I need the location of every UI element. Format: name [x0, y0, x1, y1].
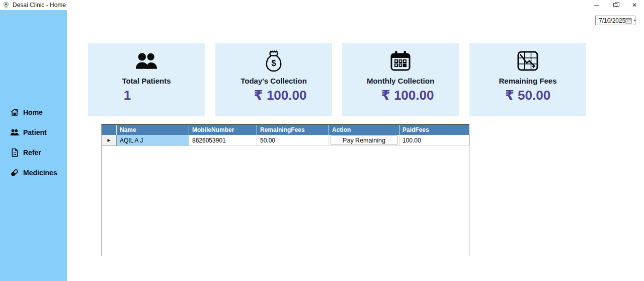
date-picker[interactable]: 7/10/2025 ▼ — [595, 16, 635, 25]
patients-icon — [10, 128, 19, 137]
grid-empty-area — [102, 146, 469, 256]
medicine-capsule-icon — [10, 168, 19, 177]
sidebar-item-label: Refer — [23, 149, 41, 157]
column-header-name[interactable]: Name — [117, 125, 189, 135]
sidebar-item-medicines[interactable]: Medicines — [0, 166, 67, 179]
stat-card-label: Total Patients — [122, 77, 171, 85]
window-title: Desai Clinic - Home — [13, 2, 66, 9]
current-row-indicator-icon: ▶ — [107, 138, 110, 143]
cell-name[interactable]: AQIL A J — [117, 135, 189, 146]
patients-data-grid: Name MobileNumber RemainingFees Action P… — [101, 124, 469, 256]
patients-icon — [135, 49, 158, 73]
svg-text:$: $ — [272, 58, 276, 67]
declining-chart-icon — [517, 49, 539, 73]
stat-card-label: Today's Collection — [240, 77, 307, 85]
row-selector-cell[interactable]: ▶ — [102, 135, 117, 146]
stat-card-label: Monthly Collection — [367, 77, 434, 85]
sidebar-item-label: Patient — [23, 128, 47, 136]
sidebar-item-label: Home — [23, 108, 43, 116]
stat-card-value: 1 — [124, 88, 131, 103]
stat-card-remaining-fees: Remaining Fees ₹ 50.00 — [469, 43, 586, 116]
app-window: Desai Clinic - Home ✕ Home — [0, 0, 644, 281]
stat-card-label: Remaining Fees — [499, 77, 556, 85]
column-header-remainingfees[interactable]: RemainingFees — [257, 125, 329, 135]
money-bag-icon: $ — [264, 49, 283, 73]
restore-button[interactable] — [606, 0, 625, 10]
cell-mobilenumber[interactable]: 8626053901 — [189, 135, 257, 146]
cell-action: Pay Remaining — [329, 135, 399, 146]
column-header-action[interactable]: Action — [329, 125, 399, 135]
dropdown-arrow-icon[interactable]: ▼ — [633, 19, 636, 22]
app-icon — [3, 2, 10, 9]
minimize-icon — [594, 5, 599, 6]
home-icon — [10, 108, 19, 117]
column-header-mobilenumber[interactable]: MobileNumber — [189, 125, 257, 135]
calendar-icon — [389, 49, 412, 73]
cell-paidfees[interactable]: 100.00 — [399, 135, 470, 146]
sidebar-item-patient[interactable]: Patient — [0, 126, 67, 139]
table-row: ▶ AQIL A J 8626053901 50.00 Pay Remainin… — [102, 135, 469, 146]
titlebar: Desai Clinic - Home ✕ — [0, 0, 644, 10]
pay-remaining-button[interactable]: Pay Remaining — [331, 135, 397, 145]
grid-corner-cell[interactable] — [102, 125, 117, 135]
window-controls: ✕ — [587, 0, 644, 10]
cell-remainingfees[interactable]: 50.00 — [257, 135, 329, 146]
column-header-paidfees[interactable]: PaidFees — [399, 125, 470, 135]
close-button[interactable]: ✕ — [625, 0, 644, 10]
restore-icon — [613, 3, 617, 7]
stat-card-todays-collection: $ Today's Collection ₹ 100.00 — [215, 43, 332, 116]
sidebar: Home Patient Refer — [0, 10, 67, 281]
refer-document-icon — [10, 148, 19, 157]
sidebar-item-home[interactable]: Home — [0, 106, 67, 119]
grid-header-row: Name MobileNumber RemainingFees Action P… — [102, 125, 469, 135]
close-icon: ✕ — [632, 2, 637, 8]
stat-card-monthly-collection: Monthly Collection ₹ 100.00 — [342, 43, 459, 116]
sidebar-item-refer[interactable]: Refer — [0, 146, 67, 159]
sidebar-item-label: Medicines — [23, 169, 57, 177]
stat-card-value: ₹ 50.00 — [505, 88, 550, 103]
date-picker-value: 7/10/2025 — [599, 17, 625, 24]
minimize-button[interactable] — [587, 0, 606, 10]
stat-card-value: ₹ 100.00 — [381, 88, 434, 103]
calendar-icon — [625, 18, 632, 24]
stat-card-value: ₹ 100.00 — [254, 88, 307, 103]
stat-card-total-patients: Total Patients 1 — [88, 43, 205, 116]
